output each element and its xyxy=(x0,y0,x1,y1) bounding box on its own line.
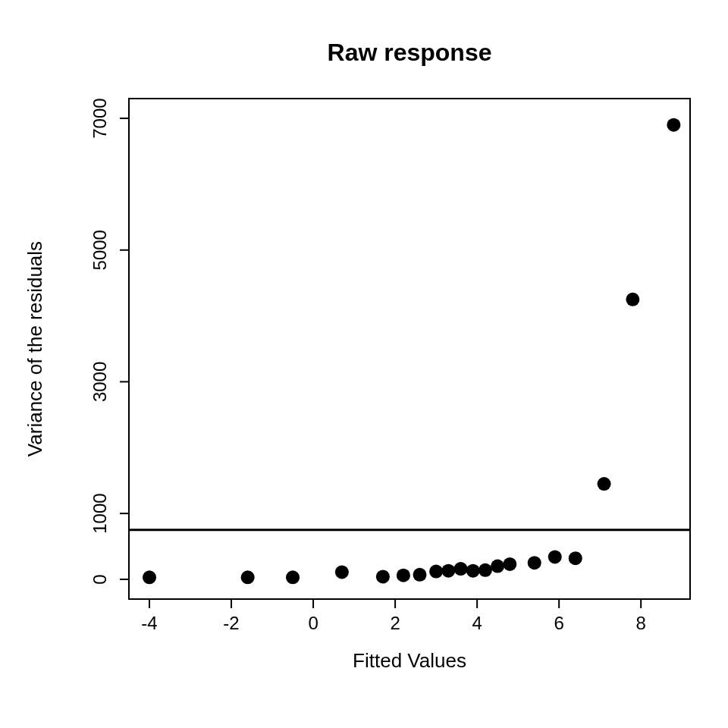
data-point xyxy=(241,570,255,584)
data-point xyxy=(491,560,504,573)
chart-container: -4-20246801000300050007000Raw responseFi… xyxy=(0,0,728,728)
data-point xyxy=(548,550,562,563)
plot-frame xyxy=(129,99,690,599)
data-point xyxy=(454,562,468,576)
data-point xyxy=(479,563,492,577)
data-point xyxy=(528,556,541,570)
y-tick-label: 3000 xyxy=(89,362,110,402)
x-tick-label: 0 xyxy=(308,613,318,633)
data-point xyxy=(626,293,639,306)
data-point xyxy=(143,570,156,584)
x-tick-label: 2 xyxy=(390,613,400,633)
x-tick-label: -2 xyxy=(223,613,239,633)
scatter-chart: -4-20246801000300050007000Raw responseFi… xyxy=(0,0,728,728)
data-point xyxy=(335,565,349,579)
data-point xyxy=(667,118,680,132)
chart-title: Raw response xyxy=(328,39,492,66)
x-tick-label: 6 xyxy=(554,613,563,633)
data-point xyxy=(569,551,582,565)
y-axis-label: Variance of the residuals xyxy=(24,241,46,457)
x-axis-label: Fitted Values xyxy=(353,649,466,672)
x-tick-label: -4 xyxy=(141,613,157,633)
data-point xyxy=(376,570,390,583)
y-tick-label: 0 xyxy=(89,574,110,584)
data-point xyxy=(503,557,516,571)
x-tick-label: 4 xyxy=(472,613,482,633)
data-point xyxy=(441,564,455,578)
y-tick-label: 1000 xyxy=(89,493,110,533)
x-tick-label: 8 xyxy=(636,613,646,633)
data-point xyxy=(598,477,611,491)
data-point xyxy=(397,569,410,582)
data-point xyxy=(286,570,300,584)
y-tick-label: 5000 xyxy=(89,230,110,270)
y-tick-label: 7000 xyxy=(89,98,110,138)
data-point xyxy=(466,564,480,578)
data-point xyxy=(413,568,427,582)
data-point xyxy=(429,565,443,579)
